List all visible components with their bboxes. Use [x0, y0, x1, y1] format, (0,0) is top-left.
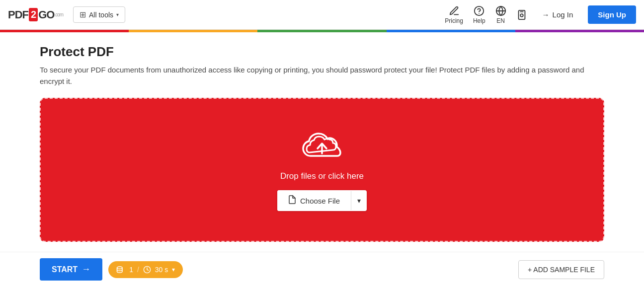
choose-file-wrapper: Choose File ▾ [277, 190, 367, 211]
coins-icon [116, 265, 125, 274]
footer-left: START → 1 / 30 s ▾ [40, 258, 183, 281]
dropdown-chevron-icon: ▾ [357, 197, 361, 205]
pencil-icon [449, 5, 460, 16]
help-icon [474, 5, 484, 16]
badge-chevron-icon: ▾ [172, 266, 175, 273]
start-label: START [52, 265, 78, 274]
add-sample-label: + ADD SAMPLE FILE [528, 266, 595, 274]
file-info-badge[interactable]: 1 / 30 s ▾ [108, 261, 183, 278]
language-label: EN [496, 17, 505, 24]
nav-history[interactable] [516, 9, 527, 20]
file-icon [288, 195, 296, 206]
clock-small-icon [143, 266, 151, 274]
add-sample-button[interactable]: + ADD SAMPLE FILE [518, 260, 604, 279]
logo-go: GO [38, 8, 54, 21]
svg-point-5 [520, 14, 523, 17]
page-description: To secure your PDF documents from unauth… [40, 65, 586, 87]
badge-divider: / [137, 266, 139, 274]
pricing-label: Pricing [445, 17, 463, 24]
choose-file-label: Choose File [300, 197, 340, 205]
grid-icon: ⊞ [80, 10, 86, 19]
nav-pricing[interactable]: Pricing [445, 5, 463, 24]
choose-file-dropdown-button[interactable]: ▾ [351, 192, 367, 210]
svg-point-9 [117, 267, 123, 269]
start-button[interactable]: START → [40, 258, 102, 281]
signup-button[interactable]: Sign Up [588, 5, 636, 24]
choose-file-button[interactable]: Choose File [277, 190, 351, 211]
main-content: Protect PDF To secure your PDF documents… [0, 32, 644, 252]
logo[interactable]: PDF 2 GO .com [8, 8, 63, 21]
chevron-down-icon: ▾ [116, 12, 119, 17]
logo-pdf: PDF [8, 8, 28, 21]
all-tools-label: All tools [89, 11, 113, 19]
logo-com: .com [54, 12, 63, 17]
header-right: Pricing Help EN [445, 5, 636, 24]
nav-help[interactable]: Help [473, 5, 485, 24]
all-tools-button[interactable]: ⊞ All tools ▾ [73, 6, 125, 23]
help-label: Help [473, 17, 485, 24]
header-left: PDF 2 GO .com ⊞ All tools ▾ [8, 6, 125, 23]
login-label: Log In [553, 10, 573, 19]
login-arrow-icon: → [542, 10, 550, 19]
file-count: 1 [129, 266, 133, 274]
clock-icon [516, 9, 527, 20]
page-title: Protect PDF [40, 44, 604, 60]
footer-bar: START → 1 / 30 s ▾ + ADD SAMPLE FILE [0, 252, 644, 287]
time-estimate: 30 s [155, 266, 168, 274]
signup-label: Sign Up [598, 10, 626, 19]
logo-2: 2 [29, 8, 38, 21]
drop-text: Drop files or click here [280, 171, 364, 181]
globe-icon [495, 5, 506, 16]
header: PDF 2 GO .com ⊞ All tools ▾ Pricing [0, 0, 644, 30]
arrow-right-icon: → [81, 264, 90, 275]
upload-cloud-icon [300, 129, 344, 163]
nav-language[interactable]: EN [495, 5, 506, 24]
login-button[interactable]: → Log In [537, 7, 578, 22]
drop-zone[interactable]: Drop files or click here Choose File ▾ [40, 98, 604, 242]
